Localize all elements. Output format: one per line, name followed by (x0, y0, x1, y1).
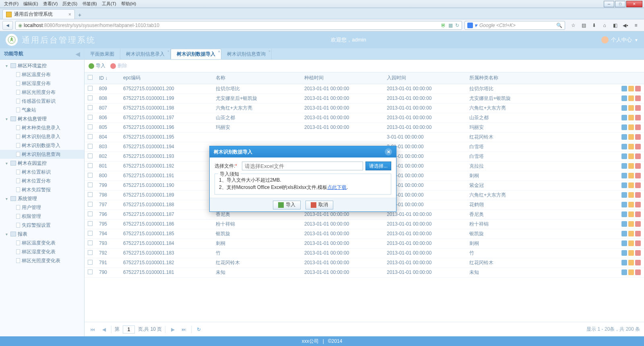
tree-item[interactable]: 树木种类信息录入 (0, 123, 84, 132)
tree-group[interactable]: ▾树木信息管理 (0, 114, 84, 123)
table-row[interactable]: 803 67522715.0100001.194 3-01-01 00:00:0… (85, 142, 644, 151)
row-delete-icon[interactable] (635, 134, 641, 140)
table-row[interactable]: 797 67522715.0100001.188 3-01-01 00:00:0… (85, 200, 644, 209)
table-row[interactable]: 809 67522715.0100001.200 拉切尔塔比 2013-01-0… (85, 84, 644, 93)
os-menu-item[interactable]: 帮助(H) (119, 1, 138, 6)
tree-item[interactable]: 权限管理 (0, 212, 84, 221)
tree-item[interactable]: 林区湿度变化表 (0, 247, 84, 256)
delete-button[interactable]: 删除 (110, 62, 127, 69)
search-box[interactable]: ▾ Google <Ctrl+K> 🔍 (464, 21, 565, 30)
row-delete-icon[interactable] (635, 211, 641, 217)
tree-group[interactable]: ▾报表 (0, 230, 84, 238)
row-edit-icon[interactable] (628, 153, 634, 159)
library-icon[interactable]: ▤ (580, 23, 587, 28)
row-checkbox[interactable] (88, 95, 93, 100)
tree-item[interactable]: 林区光照度分布 (0, 88, 84, 97)
table-row[interactable]: 792 67522715.0100001.183 竹 2013-01-01 00… (85, 248, 644, 258)
row-checkbox[interactable] (88, 115, 93, 120)
table-row[interactable]: 790 67522715.0100001.181 未知 2013-01-01 0… (85, 267, 644, 277)
bookmark-icon[interactable]: ☆ (570, 23, 576, 28)
row-view-icon[interactable] (621, 134, 627, 140)
content-tab[interactable]: 树木识别信息查询× (221, 49, 272, 59)
row-delete-icon[interactable] (635, 173, 641, 178)
row-view-icon[interactable] (621, 153, 627, 159)
tree-item[interactable]: 林区光照度变化表 (0, 256, 84, 265)
table-row[interactable]: 798 67522715.0100001.189 3-01-01 00:00:0… (85, 190, 644, 200)
table-row[interactable]: 805 67522715.0100001.196 玛丽安 2013-01-01 … (85, 122, 644, 132)
window-maximize-button[interactable]: □ (615, 1, 625, 7)
row-edit-icon[interactable] (628, 269, 634, 275)
tree-item[interactable]: 树木失踪警报 (0, 185, 84, 194)
table-row[interactable]: 802 67522715.0100001.193 3-01-01 00:00:0… (85, 151, 644, 161)
row-edit-icon[interactable] (628, 260, 634, 265)
tab-close-icon[interactable]: × (68, 12, 71, 17)
sidebar-collapse-icon[interactable]: ◀ (76, 51, 80, 57)
row-view-icon[interactable] (621, 144, 627, 149)
select-all-header[interactable] (85, 73, 96, 84)
column-header[interactable]: 所属种类名称 (466, 73, 615, 84)
tree-item[interactable]: 树木位置分布 (0, 176, 84, 185)
column-header[interactable]: 名称 (213, 73, 301, 84)
table-row[interactable]: 800 67522715.0100001.191 3-01-01 00:00:0… (85, 171, 644, 180)
row-edit-icon[interactable] (628, 124, 634, 130)
first-page-button[interactable]: ⏮ (89, 325, 97, 334)
page-input[interactable] (123, 325, 135, 334)
tree-item[interactable]: 树木位置标识 (0, 168, 84, 176)
row-delete-icon[interactable] (635, 144, 641, 149)
row-edit-icon[interactable] (628, 182, 634, 188)
column-header[interactable]: 种植时间 (301, 73, 384, 84)
url-input[interactable]: ◉ localhost:8080/forestry/sys/sysuser/ho… (15, 21, 462, 30)
window-minimize-button[interactable]: ─ (604, 1, 614, 7)
row-checkbox[interactable] (88, 144, 93, 149)
browser-tab[interactable]: 通用后台管理系统 × (2, 9, 75, 19)
row-delete-icon[interactable] (635, 153, 641, 159)
tree-group[interactable]: ▾林区环境监控 (0, 61, 84, 70)
row-delete-icon[interactable] (635, 260, 641, 265)
row-checkbox[interactable] (88, 153, 93, 158)
row-view-icon[interactable] (621, 231, 627, 236)
row-view-icon[interactable] (621, 202, 627, 207)
os-menu-item[interactable]: 历史(S) (60, 1, 80, 6)
row-view-icon[interactable] (621, 269, 627, 275)
table-row[interactable]: 793 67522715.0100001.184 刺桐 2013-01-01 0… (85, 238, 644, 248)
row-checkbox[interactable] (88, 221, 93, 226)
row-checkbox[interactable] (88, 86, 93, 91)
column-header[interactable]: ID ↓ (96, 73, 120, 84)
row-view-icon[interactable] (621, 260, 627, 265)
home-icon[interactable]: ⌂ (601, 23, 608, 28)
content-tab[interactable]: 树木识别数据导入× (171, 49, 221, 59)
table-row[interactable]: 801 67522715.0100001.192 3-01-01 00:00:0… (85, 161, 644, 171)
table-row[interactable]: 795 67522715.0100001.186 粉十祥锦 2013-01-01… (85, 219, 644, 229)
row-view-icon[interactable] (621, 163, 627, 169)
row-view-icon[interactable] (621, 86, 627, 91)
menu-icon[interactable]: ≡ (633, 23, 639, 28)
refresh-button[interactable]: ↻ (195, 325, 203, 334)
row-checkbox[interactable] (88, 202, 93, 207)
row-view-icon[interactable] (621, 95, 627, 101)
next-page-button[interactable]: ▶ (169, 325, 177, 334)
row-edit-icon[interactable] (628, 192, 634, 198)
row-delete-icon[interactable] (635, 202, 641, 207)
row-edit-icon[interactable] (628, 240, 634, 246)
search-icon[interactable]: 🔍 (556, 23, 562, 28)
column-header[interactable]: epc编码 (120, 73, 213, 84)
row-view-icon[interactable] (621, 115, 627, 120)
row-view-icon[interactable] (621, 124, 627, 130)
row-checkbox[interactable] (88, 211, 93, 216)
tab-close-icon[interactable]: × (218, 50, 220, 54)
row-delete-icon[interactable] (635, 105, 641, 111)
row-checkbox[interactable] (88, 105, 93, 110)
row-delete-icon[interactable] (635, 182, 641, 188)
tree-item[interactable]: 树木识别数据导入 (0, 141, 84, 150)
tree-group[interactable]: ▾系统管理 (0, 194, 84, 203)
row-edit-icon[interactable] (628, 221, 634, 227)
row-checkbox[interactable] (88, 260, 93, 265)
tree-item[interactable]: 树木识别信息查询 (0, 150, 84, 159)
tree-group[interactable]: ▾树木在园监控 (0, 159, 84, 168)
table-row[interactable]: 804 67522715.0100001.195 3-01-01 00:00:0… (85, 132, 644, 142)
row-edit-icon[interactable] (628, 115, 634, 120)
tree-item[interactable]: 林区湿度分布 (0, 79, 84, 88)
row-edit-icon[interactable] (628, 86, 634, 91)
row-delete-icon[interactable] (635, 192, 641, 198)
tree-item[interactable]: 林区温度分布 (0, 70, 84, 79)
